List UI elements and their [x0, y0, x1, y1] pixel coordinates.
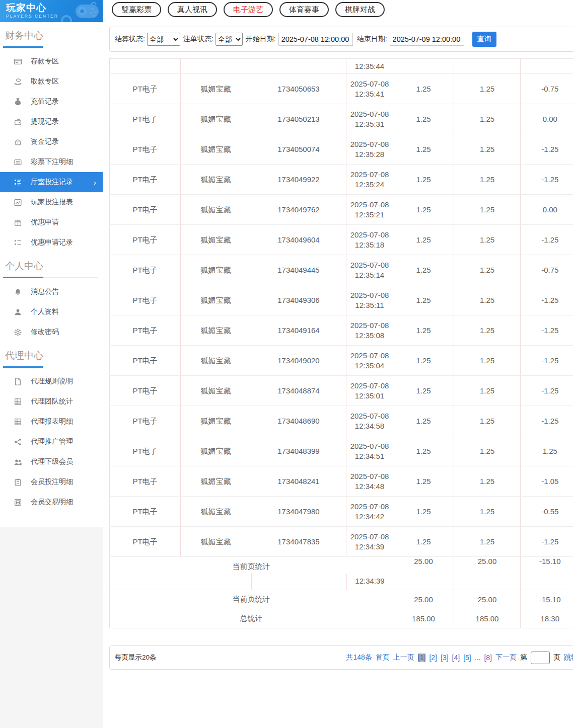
bell-icon: [14, 288, 22, 296]
game-category-tabs: 雙赢彩票真人视讯电子游艺体育赛事棋牌对战: [112, 2, 385, 17]
cell-platform: PT电子: [110, 346, 181, 376]
next-page-link[interactable]: 下一页: [495, 653, 517, 662]
sidebar-item[interactable]: 取款专区: [0, 71, 103, 92]
sidebar-item[interactable]: 厅室投注记录›: [0, 172, 103, 192]
jump-prefix-label: 第: [520, 653, 527, 662]
sidebar-item[interactable]: 消息公告: [0, 282, 103, 302]
sidebar-item[interactable]: 代理推广管理: [0, 432, 103, 452]
report-chart-icon: [14, 198, 22, 207]
cell-platform: PT电子: [110, 497, 181, 527]
sidebar-item[interactable]: 代理团队统计: [0, 391, 103, 412]
cell-datetime: 2025-07-0812:34:58: [346, 406, 393, 436]
sidebar-item[interactable]: 会员交易明细: [0, 492, 103, 512]
sidebar-item[interactable]: 存款专区: [0, 51, 103, 71]
settle-status-select[interactable]: 全部: [147, 33, 180, 46]
table-row-page-summary: 当前页统计 25.00 25.00 -15.10: [110, 590, 573, 609]
cell-game: 狐媚宝藏: [181, 346, 251, 376]
cell-order-number: 1734048690: [251, 406, 346, 436]
sidebar-item-label: 代理规则说明: [31, 377, 73, 386]
cell-profit: 0.00: [521, 195, 573, 225]
cell-game: 狐媚宝藏: [181, 225, 251, 255]
page-link-current[interactable]: [1]: [418, 654, 426, 662]
bank-card-icon: [14, 57, 22, 66]
page-link[interactable]: [8]: [484, 654, 492, 662]
cell-page-valid: 25.00: [454, 557, 521, 590]
table-row: PT电子狐媚宝藏17340496042025-07-0812:35:181.25…: [110, 225, 573, 255]
person-icon: [14, 308, 22, 316]
sidebar-item-label: 个人资料: [31, 307, 59, 316]
total-summary-label: 总统计: [110, 609, 393, 628]
cell-bet-amount: 1.25: [393, 285, 454, 315]
sidebar-item[interactable]: 提现记录: [0, 112, 103, 132]
pagination-controls: 共148条 首页 上一页 [1][2][3][4][5]...[8] 下一页 第…: [346, 652, 573, 664]
cell-bet-amount: 1.25: [393, 104, 454, 134]
page-link[interactable]: [2]: [429, 654, 437, 662]
sidebar-item[interactable]: 优惠申请记录: [0, 232, 103, 253]
sidebar-item[interactable]: 资金记录: [0, 132, 103, 152]
cell-datetime: 2025-07-0812:35:08: [346, 315, 393, 346]
cell-total-bet: 185.00: [393, 609, 454, 628]
jump-page-input[interactable]: [531, 652, 550, 664]
total-count-label: 共148条: [346, 653, 372, 662]
app-logo: 玩家中心 PLAYERS CENTER: [0, 0, 103, 22]
jump-button[interactable]: 跳转: [564, 653, 573, 662]
sidebar-item[interactable]: 彩票下注明细: [0, 152, 103, 172]
order-status-select[interactable]: 全部: [216, 33, 243, 46]
sidebar-item[interactable]: 玩家投注报表: [0, 192, 103, 212]
bet-records-table-wrap: 12:35:44 PT电子狐媚宝藏17340506532025-07-0812:…: [109, 58, 573, 628]
sidebar-item-label: 资金记录: [31, 137, 59, 146]
document-icon: [14, 377, 22, 386]
sidebar-item-label: 存款专区: [31, 57, 59, 66]
table-row: PT电子狐媚宝藏17340482412025-07-0812:34:481.25…: [110, 466, 573, 497]
clipboard-icon: [14, 478, 22, 487]
sidebar-item[interactable]: 充值记录: [0, 92, 103, 112]
cell-valid-amount: 1.25: [454, 406, 521, 436]
cell-order-number: 1734049762: [251, 195, 346, 225]
cell-bet-amount: 1.25: [393, 225, 454, 255]
cell-profit: 0.00: [521, 104, 573, 134]
sidebar-item-label: 代理推广管理: [31, 437, 73, 446]
cell-bet-amount: 1.25: [393, 346, 454, 376]
table-row: PT电子狐媚宝藏17340493062025-07-0812:35:111.25…: [110, 285, 573, 315]
sidebar-item[interactable]: 会员投注明细: [0, 472, 103, 492]
sidebar-item[interactable]: 优惠申请: [0, 212, 103, 232]
cell-game: 狐媚宝藏: [181, 527, 251, 557]
start-date-input[interactable]: [278, 33, 353, 46]
cell-platform: PT电子: [110, 376, 181, 406]
cell-bet-amount: 1.25: [393, 466, 454, 497]
first-page-link[interactable]: 首页: [376, 653, 390, 662]
cell-platform: PT电子: [110, 225, 181, 255]
tab-category[interactable]: 雙赢彩票: [112, 2, 161, 17]
cell-bet-amount: 1.25: [393, 195, 454, 225]
cell-game: 狐媚宝藏: [181, 406, 251, 436]
cell-platform: PT电子: [110, 406, 181, 436]
page-link[interactable]: [4]: [452, 654, 460, 662]
end-date-input[interactable]: [390, 33, 464, 46]
ledger-icon: [14, 498, 22, 507]
tab-category[interactable]: 棋牌对战: [335, 2, 385, 17]
gift-icon: [14, 218, 22, 227]
page-link[interactable]: ...: [475, 654, 481, 662]
page-link[interactable]: [3]: [441, 654, 449, 662]
prev-page-link[interactable]: 上一页: [393, 653, 414, 662]
sidebar-item-label: 优惠申请记录: [31, 238, 73, 247]
table-row: PT电子狐媚宝藏17340486902025-07-0812:34:581.25…: [110, 406, 573, 436]
sidebar-item[interactable]: 修改密码: [0, 322, 103, 342]
cell-game: 狐媚宝藏: [181, 104, 251, 134]
tab-active[interactable]: 电子游艺: [224, 2, 273, 17]
sidebar-item[interactable]: 代理报表明细: [0, 412, 103, 432]
cell-order-number: 1734050074: [251, 134, 346, 165]
sidebar-item[interactable]: 代理下级会员: [0, 452, 103, 472]
cell-profit: -1.25: [521, 346, 573, 376]
cell-order-number: 1734049164: [251, 315, 346, 346]
page-link[interactable]: [5]: [463, 654, 471, 662]
tab-category[interactable]: 体育赛事: [279, 2, 329, 17]
sidebar-item[interactable]: 代理规则说明: [0, 371, 103, 391]
per-page-label: 每页显示20条: [115, 653, 157, 662]
cell-valid-amount: 1.25: [454, 165, 521, 195]
sidebar-item[interactable]: 个人资料: [0, 302, 103, 322]
table-row: PT电子狐媚宝藏17340494452025-07-0812:35:141.25…: [110, 255, 573, 285]
tab-category[interactable]: 真人视讯: [168, 2, 217, 17]
query-button[interactable]: 查询: [472, 32, 496, 47]
table-row-page-summary-glitch: 当前页统计 12:34:39 25.00 25.00 -15.10: [110, 557, 573, 590]
